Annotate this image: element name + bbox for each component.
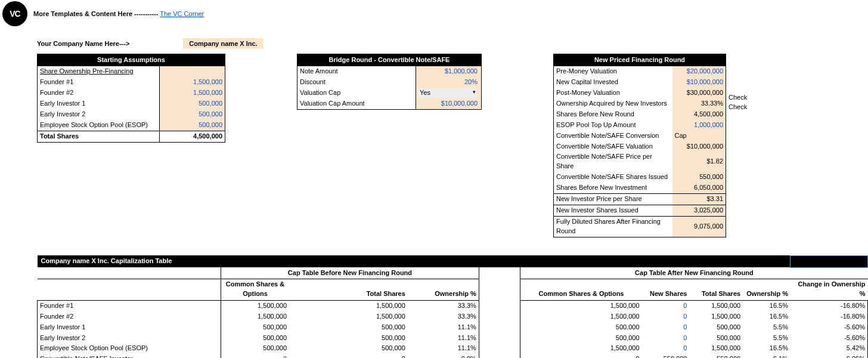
convval-label: Convertible Note/SAFE Valuation — [554, 141, 672, 152]
convshares-label: Convertible Note/SAFE Shares Issued — [554, 172, 672, 183]
valcap-dropdown[interactable]: Yes — [418, 88, 477, 98]
col-a0: Common Shares & Options — [520, 279, 642, 300]
priced-round-table: New Priced Financing Round Pre-Money Val… — [553, 54, 726, 237]
newinvprice-value: $3.31 — [672, 194, 726, 205]
sharesbefinv-label: Shares Before New Investment — [554, 183, 672, 193]
before-header: Cap Table Before New Financing Round — [221, 267, 479, 279]
valcap-amount-value[interactable]: $10,000,000 — [416, 98, 482, 109]
esop-label: Employee Stock Option Pool (ESOP) — [38, 120, 160, 131]
founder2-label: Founder #2 — [38, 88, 160, 98]
bridge-title: Bridge Round - Convertible Note/SAFE — [297, 54, 482, 66]
shares-before-value: 4,500,000 — [672, 109, 726, 120]
cap-table: Company name X Inc. Capitalization Table… — [37, 255, 868, 358]
premoney-value[interactable]: $20,000,000 — [672, 66, 726, 77]
more-templates-text: More Templates & Content Here ----------… — [33, 10, 158, 17]
your-company-label: Your Company Name Here---> — [37, 40, 129, 47]
col-a1: New Shares — [642, 279, 690, 300]
founder1-value[interactable]: 1,500,000 — [160, 77, 225, 88]
early1-label: Early Investor 1 — [38, 98, 160, 109]
table-row: Convertible Note/SAFE Investor000.0%0550… — [38, 354, 868, 358]
esoptop-label: ESOP Pool Top Up Amount — [554, 120, 672, 131]
after-header: Cap Table After New Financing Round — [520, 267, 868, 279]
col-a3: Ownership % — [743, 279, 790, 300]
premoney-label: Pre-Money Valuation — [554, 66, 672, 77]
priced-title: New Priced Financing Round — [554, 54, 726, 66]
newcap-label: New Capital Invested — [554, 77, 672, 88]
note-amount-label: Note Amount — [297, 66, 416, 77]
early1-value[interactable]: 500,000 — [160, 98, 225, 109]
founder1-label: Founder #1 — [38, 77, 160, 88]
conv-value: Cap — [672, 131, 726, 141]
check-ownership: Check — [726, 94, 747, 104]
newinvprice-label: New Investor Price per Share — [554, 194, 672, 205]
discount-value[interactable]: 20% — [416, 77, 482, 88]
vc-logo: VC — [2, 1, 27, 26]
convval-value: $10,000,000 — [672, 141, 726, 152]
shares-before-label: Shares Before New Round — [554, 109, 672, 120]
ownership-label: Ownership Acquired by New Investors — [554, 98, 672, 109]
pre-financing-label: Share Ownership Pre-Financing — [38, 66, 160, 77]
table-row: Founder #11,500,0001,500,00033.3%1,500,0… — [38, 300, 868, 311]
early2-label: Early Investor 2 — [38, 109, 160, 120]
valcap-label: Valuation Cap — [297, 88, 416, 98]
total-shares-value: 4,500,000 — [160, 131, 225, 142]
company-name-input[interactable]: Company name X Inc. — [183, 38, 263, 49]
newcap-value[interactable]: $10,000,000 — [672, 77, 726, 88]
cap-title: Company name X Inc. Capitalization Table — [38, 255, 790, 267]
ownership-value: 33.33% — [672, 98, 726, 109]
table-row: Employee Stock Option Pool (ESOP)500,000… — [38, 343, 868, 354]
esoptop-value[interactable]: 1,000,000 — [672, 120, 726, 131]
newinvshares-label: New Investor Shares Issued — [554, 205, 672, 217]
start-title: Starting Assumptions — [38, 54, 225, 66]
convprice-value: $1.82 — [672, 152, 726, 172]
early2-value[interactable]: 500,000 — [160, 109, 225, 120]
check-column: Check Check — [726, 54, 747, 237]
discount-label: Discount — [297, 77, 416, 88]
conv-label: Convertible Note/SAFE Conversion — [554, 131, 672, 141]
col-a2: Total Shares — [689, 279, 743, 300]
col-b2: Ownership % — [408, 279, 479, 300]
sharesbefinv-value: 6,050,000 — [672, 183, 726, 193]
cap-title-edge — [790, 255, 868, 267]
fullydiluted-label: Fully Diluted Shares After Financing Rou… — [554, 217, 672, 237]
starting-assumptions-table: Starting Assumptions Share Ownership Pre… — [37, 54, 225, 143]
total-shares-label: Total Shares — [38, 131, 160, 142]
convshares-value: 550,000 — [672, 172, 726, 183]
note-amount-value[interactable]: $1,000,000 — [416, 66, 482, 77]
table-row: Founder #21,500,0001,500,00033.3%1,500,0… — [38, 311, 868, 322]
fullydiluted-value: 9,075,000 — [672, 217, 726, 237]
table-row: Early Investor 2500,000500,00011.1%500,0… — [38, 333, 868, 344]
valcap-amount-label: Valuation Cap Amount — [297, 98, 416, 109]
esop-value[interactable]: 500,000 — [160, 120, 225, 131]
convprice-label: Convertible Note/SAFE Price per Share — [554, 152, 672, 172]
vc-corner-link[interactable]: The VC Corner — [160, 10, 204, 17]
postmoney-value: $30,000,000 — [672, 88, 726, 98]
table-row: Early Investor 1500,000500,00011.1%500,0… — [38, 322, 868, 333]
col-b1: Total Shares — [289, 279, 408, 300]
bridge-round-table: Bridge Round - Convertible Note/SAFE Not… — [297, 54, 482, 110]
col-a4: Change in Ownership % — [790, 279, 868, 300]
newinvshares-value: 3,025,000 — [672, 205, 726, 217]
postmoney-label: Post-Money Valuation — [554, 88, 672, 98]
col-b0: Common Shares & Options — [221, 279, 290, 300]
founder2-value[interactable]: 1,500,000 — [160, 88, 225, 98]
check-shares: Check — [726, 103, 747, 113]
